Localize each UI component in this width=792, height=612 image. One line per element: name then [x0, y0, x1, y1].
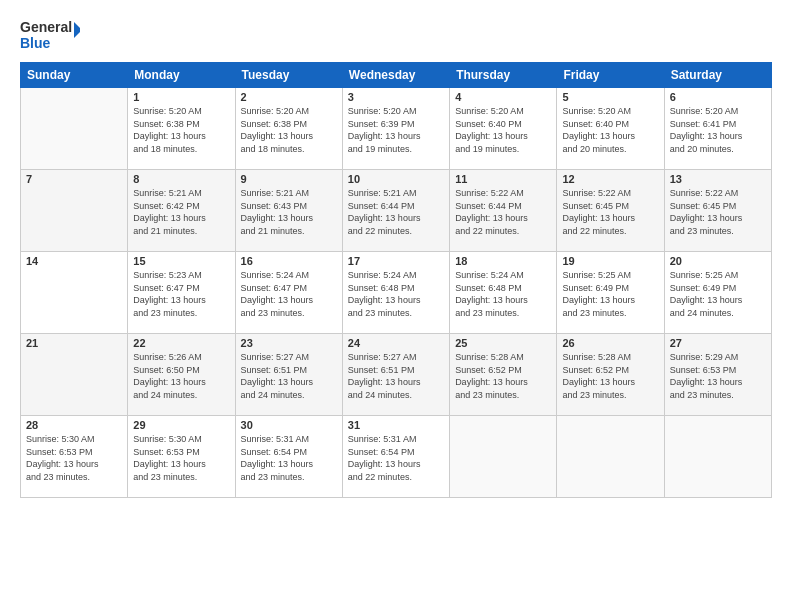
svg-text:Blue: Blue: [20, 35, 51, 51]
calendar-cell: 5Sunrise: 5:20 AMSunset: 6:40 PMDaylight…: [557, 88, 664, 170]
calendar-cell: 23Sunrise: 5:27 AMSunset: 6:51 PMDayligh…: [235, 334, 342, 416]
day-number: 22: [133, 337, 229, 349]
calendar-cell: 8Sunrise: 5:21 AMSunset: 6:42 PMDaylight…: [128, 170, 235, 252]
calendar-cell: 24Sunrise: 5:27 AMSunset: 6:51 PMDayligh…: [342, 334, 449, 416]
day-info: Sunrise: 5:21 AMSunset: 6:43 PMDaylight:…: [241, 187, 337, 237]
calendar-cell: 19Sunrise: 5:25 AMSunset: 6:49 PMDayligh…: [557, 252, 664, 334]
day-info: Sunrise: 5:20 AMSunset: 6:40 PMDaylight:…: [562, 105, 658, 155]
day-number: 2: [241, 91, 337, 103]
day-info: Sunrise: 5:22 AMSunset: 6:45 PMDaylight:…: [562, 187, 658, 237]
day-number: 5: [562, 91, 658, 103]
day-number: 14: [26, 255, 122, 267]
calendar-cell: [557, 416, 664, 498]
calendar-cell: 27Sunrise: 5:29 AMSunset: 6:53 PMDayligh…: [664, 334, 771, 416]
day-number: 13: [670, 173, 766, 185]
day-number: 28: [26, 419, 122, 431]
day-info: Sunrise: 5:20 AMSunset: 6:41 PMDaylight:…: [670, 105, 766, 155]
calendar-cell: 12Sunrise: 5:22 AMSunset: 6:45 PMDayligh…: [557, 170, 664, 252]
col-header-monday: Monday: [128, 63, 235, 88]
day-number: 20: [670, 255, 766, 267]
day-info: Sunrise: 5:26 AMSunset: 6:50 PMDaylight:…: [133, 351, 229, 401]
day-info: Sunrise: 5:27 AMSunset: 6:51 PMDaylight:…: [348, 351, 444, 401]
calendar-cell: 14: [21, 252, 128, 334]
col-header-sunday: Sunday: [21, 63, 128, 88]
day-number: 3: [348, 91, 444, 103]
day-number: 18: [455, 255, 551, 267]
day-number: 21: [26, 337, 122, 349]
day-number: 19: [562, 255, 658, 267]
day-number: 8: [133, 173, 229, 185]
day-info: Sunrise: 5:30 AMSunset: 6:53 PMDaylight:…: [26, 433, 122, 483]
calendar-cell: 16Sunrise: 5:24 AMSunset: 6:47 PMDayligh…: [235, 252, 342, 334]
day-number: 25: [455, 337, 551, 349]
day-number: 27: [670, 337, 766, 349]
week-row-5: 28Sunrise: 5:30 AMSunset: 6:53 PMDayligh…: [21, 416, 772, 498]
calendar: SundayMondayTuesdayWednesdayThursdayFrid…: [20, 62, 772, 498]
day-number: 24: [348, 337, 444, 349]
day-info: Sunrise: 5:20 AMSunset: 6:38 PMDaylight:…: [133, 105, 229, 155]
calendar-cell: 22Sunrise: 5:26 AMSunset: 6:50 PMDayligh…: [128, 334, 235, 416]
week-row-1: 1Sunrise: 5:20 AMSunset: 6:38 PMDaylight…: [21, 88, 772, 170]
calendar-cell: 6Sunrise: 5:20 AMSunset: 6:41 PMDaylight…: [664, 88, 771, 170]
day-number: 1: [133, 91, 229, 103]
day-number: 17: [348, 255, 444, 267]
col-header-tuesday: Tuesday: [235, 63, 342, 88]
day-number: 10: [348, 173, 444, 185]
logo: General Blue: [20, 16, 80, 52]
day-number: 30: [241, 419, 337, 431]
day-info: Sunrise: 5:30 AMSunset: 6:53 PMDaylight:…: [133, 433, 229, 483]
calendar-header-row: SundayMondayTuesdayWednesdayThursdayFrid…: [21, 63, 772, 88]
calendar-cell: 30Sunrise: 5:31 AMSunset: 6:54 PMDayligh…: [235, 416, 342, 498]
calendar-cell: 25Sunrise: 5:28 AMSunset: 6:52 PMDayligh…: [450, 334, 557, 416]
week-row-3: 1415Sunrise: 5:23 AMSunset: 6:47 PMDayli…: [21, 252, 772, 334]
calendar-cell: [664, 416, 771, 498]
day-number: 6: [670, 91, 766, 103]
day-info: Sunrise: 5:31 AMSunset: 6:54 PMDaylight:…: [348, 433, 444, 483]
day-info: Sunrise: 5:22 AMSunset: 6:44 PMDaylight:…: [455, 187, 551, 237]
col-header-saturday: Saturday: [664, 63, 771, 88]
col-header-thursday: Thursday: [450, 63, 557, 88]
svg-marker-2: [74, 22, 80, 38]
calendar-cell: 17Sunrise: 5:24 AMSunset: 6:48 PMDayligh…: [342, 252, 449, 334]
day-info: Sunrise: 5:28 AMSunset: 6:52 PMDaylight:…: [562, 351, 658, 401]
day-number: 11: [455, 173, 551, 185]
day-number: 29: [133, 419, 229, 431]
day-info: Sunrise: 5:22 AMSunset: 6:45 PMDaylight:…: [670, 187, 766, 237]
day-info: Sunrise: 5:28 AMSunset: 6:52 PMDaylight:…: [455, 351, 551, 401]
calendar-cell: [450, 416, 557, 498]
calendar-cell: 15Sunrise: 5:23 AMSunset: 6:47 PMDayligh…: [128, 252, 235, 334]
day-info: Sunrise: 5:24 AMSunset: 6:48 PMDaylight:…: [455, 269, 551, 319]
day-info: Sunrise: 5:23 AMSunset: 6:47 PMDaylight:…: [133, 269, 229, 319]
page: General Blue SundayMondayTuesdayWednesda…: [0, 0, 792, 612]
day-info: Sunrise: 5:27 AMSunset: 6:51 PMDaylight:…: [241, 351, 337, 401]
calendar-cell: 3Sunrise: 5:20 AMSunset: 6:39 PMDaylight…: [342, 88, 449, 170]
day-number: 23: [241, 337, 337, 349]
day-info: Sunrise: 5:20 AMSunset: 6:39 PMDaylight:…: [348, 105, 444, 155]
calendar-cell: 9Sunrise: 5:21 AMSunset: 6:43 PMDaylight…: [235, 170, 342, 252]
calendar-cell: 29Sunrise: 5:30 AMSunset: 6:53 PMDayligh…: [128, 416, 235, 498]
day-info: Sunrise: 5:20 AMSunset: 6:40 PMDaylight:…: [455, 105, 551, 155]
day-info: Sunrise: 5:21 AMSunset: 6:42 PMDaylight:…: [133, 187, 229, 237]
calendar-body: 1Sunrise: 5:20 AMSunset: 6:38 PMDaylight…: [21, 88, 772, 498]
header: General Blue: [20, 16, 772, 52]
day-number: 16: [241, 255, 337, 267]
day-number: 15: [133, 255, 229, 267]
calendar-cell: 28Sunrise: 5:30 AMSunset: 6:53 PMDayligh…: [21, 416, 128, 498]
calendar-cell: 20Sunrise: 5:25 AMSunset: 6:49 PMDayligh…: [664, 252, 771, 334]
calendar-cell: 26Sunrise: 5:28 AMSunset: 6:52 PMDayligh…: [557, 334, 664, 416]
day-info: Sunrise: 5:24 AMSunset: 6:47 PMDaylight:…: [241, 269, 337, 319]
week-row-4: 2122Sunrise: 5:26 AMSunset: 6:50 PMDayli…: [21, 334, 772, 416]
day-info: Sunrise: 5:21 AMSunset: 6:44 PMDaylight:…: [348, 187, 444, 237]
day-number: 4: [455, 91, 551, 103]
day-info: Sunrise: 5:24 AMSunset: 6:48 PMDaylight:…: [348, 269, 444, 319]
week-row-2: 78Sunrise: 5:21 AMSunset: 6:42 PMDayligh…: [21, 170, 772, 252]
day-info: Sunrise: 5:29 AMSunset: 6:53 PMDaylight:…: [670, 351, 766, 401]
day-info: Sunrise: 5:25 AMSunset: 6:49 PMDaylight:…: [670, 269, 766, 319]
day-number: 26: [562, 337, 658, 349]
calendar-cell: 7: [21, 170, 128, 252]
calendar-cell: 10Sunrise: 5:21 AMSunset: 6:44 PMDayligh…: [342, 170, 449, 252]
col-header-wednesday: Wednesday: [342, 63, 449, 88]
day-number: 31: [348, 419, 444, 431]
calendar-cell: 31Sunrise: 5:31 AMSunset: 6:54 PMDayligh…: [342, 416, 449, 498]
calendar-cell: 1Sunrise: 5:20 AMSunset: 6:38 PMDaylight…: [128, 88, 235, 170]
